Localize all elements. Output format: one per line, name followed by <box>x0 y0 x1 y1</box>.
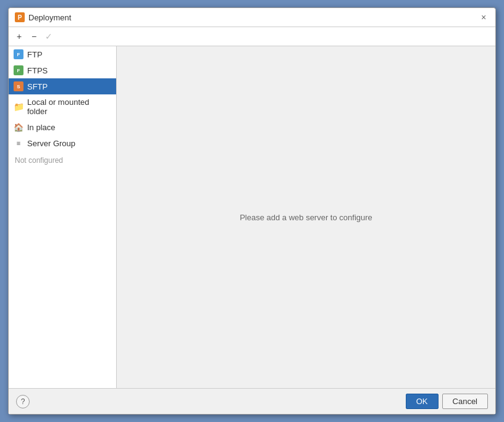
ftp-label: FTP <box>27 50 43 59</box>
title-bar-left: P Deployment <box>15 12 71 22</box>
help-button[interactable]: ? <box>16 395 30 408</box>
dialog-body: + − ✓ F FTP F <box>9 27 495 388</box>
server-list-item-server-group[interactable]: ≡ Server Group <box>9 135 116 151</box>
footer: ? OK Cancel <box>9 388 495 414</box>
ok-button[interactable]: OK <box>406 394 439 409</box>
server-list-item-sftp[interactable]: S SFTP <box>9 78 116 94</box>
server-group-icon: ≡ <box>14 138 23 148</box>
app-icon: P <box>15 12 25 22</box>
toolbar: + − ✓ <box>9 27 495 46</box>
dialog-title: Deployment <box>28 13 71 22</box>
server-list-item-ftp[interactable]: F FTP <box>9 46 116 62</box>
sftp-icon: S <box>14 81 23 91</box>
left-panel: F FTP F FTPS S SFTP <box>9 46 117 388</box>
remove-button[interactable]: − <box>27 30 41 43</box>
ftps-label: FTPS <box>27 66 48 75</box>
server-list: F FTP F FTPS S SFTP <box>9 46 116 151</box>
server-list-item-ftps[interactable]: F FTPS <box>9 62 116 78</box>
server-list-item-inplace[interactable]: 🏠 In place <box>9 119 116 135</box>
inplace-label: In place <box>27 123 56 132</box>
not-configured-label: Not configured <box>9 151 116 170</box>
deployment-dialog: P Deployment × + − ✓ F FTP <box>8 7 496 415</box>
main-content: F FTP F FTPS S SFTP <box>9 46 495 388</box>
right-panel: Please add a web server to configure <box>117 46 495 388</box>
main-message: Please add a web server to configure <box>240 213 372 222</box>
sftp-label: SFTP <box>27 82 48 91</box>
check-button[interactable]: ✓ <box>42 30 56 43</box>
server-list-item-local-folder[interactable]: 📁 Local or mounted folder <box>9 94 116 119</box>
inplace-icon: 🏠 <box>14 122 23 132</box>
footer-buttons: OK Cancel <box>406 394 488 409</box>
cancel-button[interactable]: Cancel <box>442 394 488 409</box>
ftp-icon: F <box>14 49 23 59</box>
ftps-icon: F <box>14 65 23 75</box>
folder-icon: 📁 <box>14 102 23 112</box>
close-button[interactable]: × <box>478 12 489 23</box>
local-folder-label: Local or mounted folder <box>27 97 111 116</box>
server-group-label: Server Group <box>27 139 75 148</box>
title-bar: P Deployment × <box>9 8 495 27</box>
add-button[interactable]: + <box>12 30 26 43</box>
